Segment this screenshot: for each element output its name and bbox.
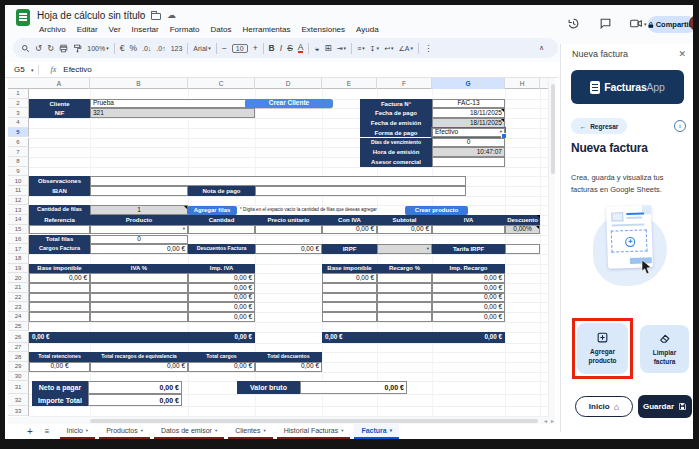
row-header-29[interactable]: 29: [8, 362, 29, 372]
number-format-icon[interactable]: 123: [171, 45, 183, 52]
redo-icon[interactable]: ↻: [47, 44, 54, 53]
iva-imp-cell[interactable]: 0,00 €: [188, 312, 255, 322]
totals-value[interactable]: 0,00 €: [255, 362, 322, 372]
sheet-tab-inicio[interactable]: Inicio▾: [60, 424, 96, 439]
row-header-23[interactable]: 23: [8, 302, 29, 312]
recargo-imp-cell[interactable]: 0,00 €: [432, 283, 505, 293]
vertical-align-icon[interactable]: ↧ ▾: [370, 45, 379, 52]
column-header-E[interactable]: E: [322, 78, 377, 89]
cell-fecha-pago-label[interactable]: Fecha de pago: [360, 108, 432, 118]
cell-cargos-label[interactable]: Cargos Factura: [29, 244, 90, 254]
recargo-imp-cell[interactable]: 0,00 €: [432, 312, 505, 322]
zoom-select[interactable]: 100%: [87, 45, 105, 52]
cell-asesor-label[interactable]: Asesor comercial: [360, 157, 432, 167]
totals-value[interactable]: 0,00 €: [188, 362, 255, 372]
cell-asesor-value[interactable]: [432, 157, 505, 167]
row-header-16[interactable]: 16: [8, 235, 29, 245]
row-header-6[interactable]: 6: [8, 138, 29, 148]
sheet-tab-caret-icon[interactable]: ▾: [215, 428, 217, 433]
row-header-31[interactable]: 31: [8, 381, 29, 394]
recargo-pct-cell[interactable]: [377, 283, 432, 293]
increase-font-icon[interactable]: +: [253, 44, 258, 53]
sheet-tab-productos[interactable]: Productos▾: [99, 424, 150, 439]
move-folder-icon[interactable]: [151, 13, 161, 20]
iva-header[interactable]: Base imponible: [29, 264, 90, 274]
decrease-decimals-icon[interactable]: .0↓: [142, 45, 151, 52]
fill-color-icon[interactable]: ◒: [314, 44, 319, 53]
column-header-B[interactable]: B: [90, 78, 188, 89]
totals-header[interactable]: Total recargos de equivalencia: [90, 352, 188, 362]
cell-tarifa-irpf-label[interactable]: Tarifa IRPF: [432, 244, 505, 254]
sheet-tab-caret-icon[interactable]: ▾: [141, 428, 143, 433]
menu-herramientas[interactable]: Herramientas: [238, 24, 294, 35]
merge-cells-icon[interactable]: ⇥ ▾: [337, 45, 346, 52]
cell-hora-emision-label[interactable]: Hora de emisión: [360, 147, 432, 157]
recargo-header[interactable]: Imp. Recargo: [432, 264, 505, 274]
cell-iban-label[interactable]: IBAN: [29, 186, 90, 196]
text-wrap-icon[interactable]: ↩ ▾: [384, 45, 393, 52]
menu-editar[interactable]: Editar: [73, 24, 102, 35]
row-header-32[interactable]: 32: [8, 394, 29, 407]
cell-nota-pago-label[interactable]: Nota de pago: [188, 186, 255, 196]
product-header[interactable]: Producto: [90, 215, 188, 225]
cell-irpf-label[interactable]: IRPF: [322, 244, 377, 254]
row-header-25[interactable]: 25: [8, 322, 29, 332]
cell-valor-bruto-value[interactable]: 0,00 €: [300, 381, 407, 394]
product-header[interactable]: Con IVA: [322, 215, 377, 225]
sheet-tab-caret-icon[interactable]: ▾: [390, 428, 392, 433]
column-header-F[interactable]: F: [377, 78, 432, 89]
row-header-13[interactable]: 13: [8, 205, 29, 215]
row-header-24[interactable]: 24: [8, 312, 29, 322]
row-header-9[interactable]: 9: [8, 167, 29, 177]
cell-descuentos-value[interactable]: 0,00 €: [255, 244, 322, 254]
row-header-1[interactable]: 1: [8, 89, 29, 99]
totals-value[interactable]: 0,00 €: [29, 362, 90, 372]
row-header-15[interactable]: 15: [8, 225, 29, 235]
product-cell-producto[interactable]: ▾: [90, 225, 188, 235]
recargo-base-cell[interactable]: [322, 302, 377, 312]
cell-forma-pago-label[interactable]: Forma de pago: [360, 128, 432, 138]
cell-importe-value[interactable]: 0,00 €: [88, 394, 182, 407]
menu-ayuda[interactable]: Ayuda: [352, 24, 383, 35]
product-cell-precio[interactable]: [255, 225, 322, 235]
cell-nota-pago-value[interactable]: [255, 186, 466, 196]
italic-icon[interactable]: I: [280, 44, 282, 53]
cell-hora-emision-value[interactable]: 10:47:07: [432, 147, 505, 157]
row-header-28[interactable]: 28: [8, 352, 29, 362]
totals-header[interactable]: Total retenciones: [29, 352, 90, 362]
font-select[interactable]: Arial: [193, 45, 207, 52]
cell-total-filas-value[interactable]: 0: [90, 235, 188, 245]
horizontal-scrollbar[interactable]: ◂▸: [8, 417, 555, 424]
cell-cargos-value[interactable]: 0,00 €: [90, 244, 188, 254]
product-header[interactable]: Precio unitario: [255, 215, 322, 225]
row-header-8[interactable]: 8: [8, 157, 29, 167]
strikethrough-icon[interactable]: S: [287, 44, 293, 53]
iva-imp-cell[interactable]: 0,00 €: [188, 283, 255, 293]
menu-ver[interactable]: Ver: [105, 24, 125, 35]
menu-formato[interactable]: Formato: [166, 24, 204, 35]
meet-caret-icon[interactable]: ▾: [644, 21, 647, 27]
recargo-pct-cell[interactable]: [377, 273, 432, 283]
row-header-18[interactable]: 18: [8, 254, 29, 264]
recargo-totals-bar[interactable]: 0,00 €0,00 €: [322, 332, 505, 343]
totals-value[interactable]: 0,00 €: [90, 362, 188, 372]
iva-pct-cell[interactable]: [90, 283, 188, 293]
more-options-icon[interactable]: ⋮: [424, 44, 433, 53]
limpiar-factura-button[interactable]: Limpiar factura: [640, 325, 689, 373]
recargo-pct-cell[interactable]: [377, 293, 432, 303]
sheet-tab-clientes[interactable]: Clientes▾: [228, 424, 273, 439]
row-header-2[interactable]: 2: [8, 99, 29, 109]
cell-fecha-pago-value[interactable]: 18/11/2025: [432, 108, 505, 118]
share-button[interactable]: Compartir ▾: [648, 16, 693, 33]
bold-icon[interactable]: B: [269, 44, 275, 53]
product-cell-cantidad[interactable]: [188, 225, 255, 235]
iva-base-cell[interactable]: [29, 312, 90, 322]
product-header[interactable]: Cantidad: [188, 215, 255, 225]
recargo-header[interactable]: Base imponible: [322, 264, 377, 274]
sheet-tab-caret-icon[interactable]: ▾: [263, 428, 265, 433]
recargo-base-cell[interactable]: [322, 312, 377, 322]
percent-format-icon[interactable]: %: [129, 44, 137, 53]
column-header-H[interactable]: H: [505, 78, 540, 89]
product-cell-iva[interactable]: [432, 225, 505, 235]
formula-input[interactable]: Efectivo: [63, 65, 91, 74]
